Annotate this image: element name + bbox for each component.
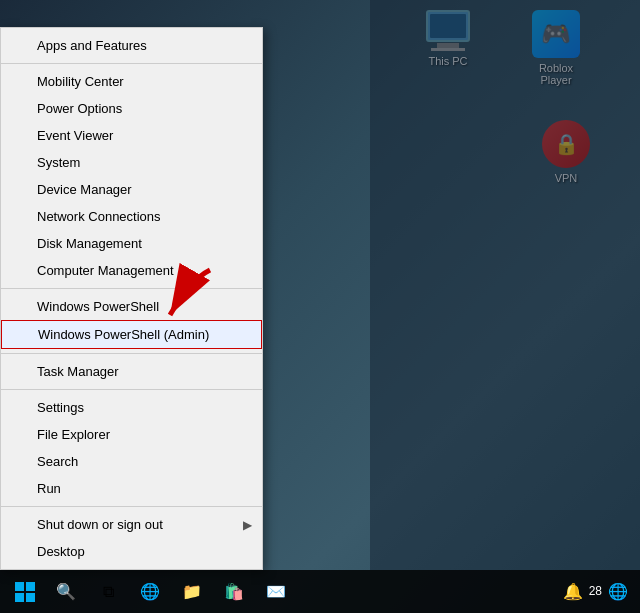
menu-separator-3 bbox=[1, 353, 262, 354]
start-button[interactable] bbox=[4, 570, 46, 613]
taskbar-mail[interactable]: ✉️ bbox=[256, 572, 296, 612]
menu-item-task-manager[interactable]: Task Manager bbox=[1, 358, 262, 385]
menu-item-device-manager[interactable]: Device Manager bbox=[1, 176, 262, 203]
svg-rect-2 bbox=[26, 582, 35, 591]
taskbar: 🔍 ⧉ 🌐 📁 🛍️ ✉️ 🔔 28 🌐 bbox=[0, 570, 640, 613]
taskbar-notification-icon[interactable]: 🔔 bbox=[563, 582, 583, 601]
menu-item-run[interactable]: Run bbox=[1, 475, 262, 502]
taskbar-clock[interactable]: 28 bbox=[589, 583, 602, 600]
taskbar-task-view[interactable]: ⧉ bbox=[88, 572, 128, 612]
menu-item-network-connections[interactable]: Network Connections bbox=[1, 203, 262, 230]
svg-rect-1 bbox=[15, 582, 24, 591]
menu-item-settings[interactable]: Settings bbox=[1, 394, 262, 421]
menu-item-system[interactable]: System bbox=[1, 149, 262, 176]
menu-separator-4 bbox=[1, 389, 262, 390]
menu-item-power-options[interactable]: Power Options bbox=[1, 95, 262, 122]
windows-logo-icon bbox=[15, 582, 35, 602]
menu-separator-5 bbox=[1, 506, 262, 507]
menu-item-search[interactable]: Search bbox=[1, 448, 262, 475]
menu-item-shutdown-signout[interactable]: Shut down or sign out ▶ bbox=[1, 511, 262, 538]
right-panel bbox=[370, 0, 640, 570]
taskbar-store[interactable]: 🛍️ bbox=[214, 572, 254, 612]
menu-separator-1 bbox=[1, 63, 262, 64]
svg-rect-4 bbox=[26, 593, 35, 602]
taskbar-pinned-items: 🔍 ⧉ 🌐 📁 🛍️ ✉️ bbox=[46, 572, 563, 612]
taskbar-edge[interactable]: 🌐 bbox=[130, 572, 170, 612]
taskbar-chrome-icon[interactable]: 🌐 bbox=[608, 582, 628, 601]
arrow-indicator bbox=[130, 260, 230, 340]
taskbar-search[interactable]: 🔍 bbox=[46, 572, 86, 612]
menu-item-desktop[interactable]: Desktop bbox=[1, 538, 262, 565]
menu-item-disk-management[interactable]: Disk Management bbox=[1, 230, 262, 257]
menu-item-file-explorer[interactable]: File Explorer bbox=[1, 421, 262, 448]
submenu-arrow-icon: ▶ bbox=[243, 518, 252, 532]
taskbar-system-tray: 🔔 28 🌐 bbox=[563, 582, 636, 601]
menu-item-event-viewer[interactable]: Event Viewer bbox=[1, 122, 262, 149]
menu-item-apps-features[interactable]: Apps and Features bbox=[1, 32, 262, 59]
menu-item-mobility-center[interactable]: Mobility Center bbox=[1, 68, 262, 95]
taskbar-folder[interactable]: 📁 bbox=[172, 572, 212, 612]
svg-rect-3 bbox=[15, 593, 24, 602]
